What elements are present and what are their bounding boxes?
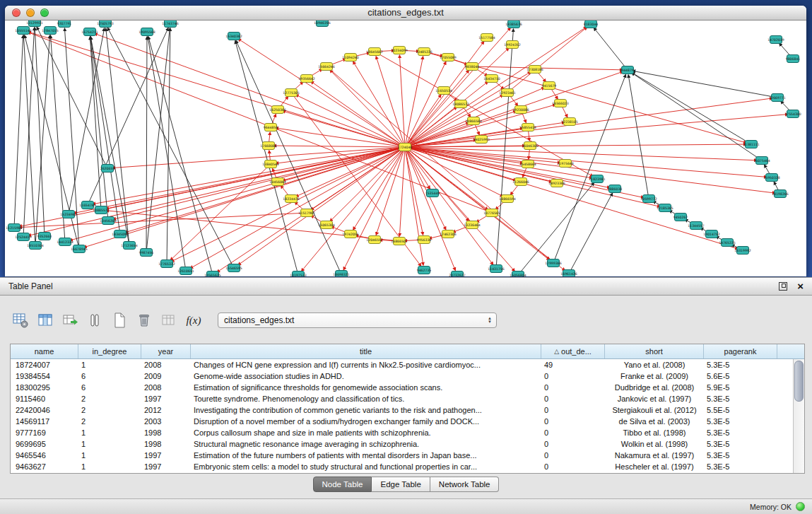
table-cell[interactable]: 0	[541, 393, 605, 404]
table-cell[interactable]: 1997	[141, 393, 191, 404]
table-row[interactable]: 2242004622012Investigating the contribut…	[11, 404, 804, 416]
graph-node[interactable]: 13236464	[464, 221, 480, 229]
table-cell[interactable]: 5.3E-5	[704, 438, 777, 450]
graph-node[interactable]: 20732627	[449, 271, 465, 277]
column-header-year[interactable]: year	[141, 344, 191, 358]
table-cell[interactable]: 2012	[141, 404, 191, 416]
table-cell[interactable]: 18300295	[11, 382, 78, 393]
table-cell[interactable]: Changes of HCN gene expression and I(f) …	[191, 359, 541, 370]
graph-node[interactable]: 9956336	[417, 236, 432, 244]
graph-node[interactable]: 17999366	[545, 259, 561, 267]
graph-node[interactable]: 12524419	[15, 233, 31, 241]
column-header-pagerank[interactable]: pagerank	[704, 344, 777, 358]
table-cell[interactable]: Tourette syndrome. Phenomenology and cla…	[191, 393, 541, 404]
table-cell[interactable]: Investigating the contribution of common…	[191, 404, 541, 416]
table-cell[interactable]: Estimation of significance thresholds fo…	[191, 382, 541, 393]
graph-node[interactable]: 11431756	[488, 265, 504, 273]
graph-node[interactable]: 8183044	[584, 21, 599, 28]
function-builder-button[interactable]: f(x)	[184, 311, 203, 329]
table-cell[interactable]: 2008	[141, 359, 191, 370]
graph-node[interactable]: 9450267	[673, 214, 688, 221]
table-cell[interactable]: de Silva et al. (2003)	[605, 416, 704, 427]
graph-node[interactable]: 19230086	[512, 106, 529, 114]
table-cell[interactable]: 5.3E-5	[704, 450, 777, 461]
graph-node[interactable]: 16678945	[71, 245, 87, 253]
graph-node[interactable]: 11975648	[557, 160, 573, 168]
graph-node[interactable]: 16754211	[81, 28, 98, 36]
table-cell[interactable]: 0	[541, 438, 605, 450]
table-cell[interactable]: 1	[78, 438, 141, 450]
new-table-button[interactable]	[110, 311, 129, 329]
graph-node[interactable]: 19565625	[204, 271, 220, 277]
table-cell[interactable]: 49	[541, 359, 605, 370]
graph-node[interactable]: 15664246	[318, 63, 334, 71]
graph-node[interactable]: 16566023	[552, 100, 568, 107]
table-cell[interactable]: 5.3E-5	[704, 416, 777, 427]
table-row[interactable]: 1938455462009Genome-wide association stu…	[11, 370, 804, 382]
table-cell[interactable]: Dudbridge et al. (2008)	[605, 382, 704, 393]
table-cell[interactable]: 1	[78, 450, 141, 461]
graph-node[interactable]: 17123654	[121, 242, 137, 250]
network-graph[interactable]: 1724046160463051545866411266046188665941…	[5, 21, 806, 276]
graph-node[interactable]: 15950328	[763, 174, 779, 182]
table-row[interactable]: 1456911722003Disruption of a novel membe…	[11, 416, 804, 427]
graph-node[interactable]: 11266046	[512, 178, 529, 186]
table-cell[interactable]: 6	[78, 382, 141, 393]
graph-node[interactable]: 12610651	[177, 267, 194, 275]
graph-node[interactable]: 13456208	[100, 217, 116, 225]
table-cell[interactable]: Stergiakouli et al. (2012)	[605, 404, 704, 416]
table-cell[interactable]: 0	[541, 416, 605, 427]
close-window-button[interactable]	[12, 8, 20, 17]
table-cell[interactable]: 1998	[141, 438, 191, 450]
minimize-window-button[interactable]	[26, 8, 35, 17]
table-cell[interactable]: Wolkin et al. (1998)	[605, 438, 704, 450]
show-columns-button[interactable]	[36, 311, 54, 329]
table-row[interactable]: 1830029562008Estimation of significance …	[11, 382, 804, 393]
table-cell[interactable]: Jankovic et al. (1997)	[605, 393, 704, 404]
table-cell[interactable]: 1	[78, 461, 141, 472]
graph-node[interactable]: 17462306	[440, 230, 456, 238]
graph-node[interactable]: 18645662	[366, 48, 382, 56]
graph-node[interactable]: 15234987	[60, 211, 76, 218]
graph-node[interactable]: 12046557	[366, 236, 382, 244]
graph-node[interactable]: 12775305	[283, 89, 299, 97]
table-cell[interactable]: 2009	[141, 370, 191, 382]
table-cell[interactable]: 0	[541, 450, 605, 461]
table-cell[interactable]: 5.6E-5	[704, 370, 777, 382]
network-table-selector[interactable]: citations_edges.txt ▲ ▼	[218, 313, 497, 328]
graph-node[interactable]: 10599772	[640, 195, 657, 203]
table-cell[interactable]: 1	[78, 427, 141, 438]
graph-node[interactable]: 15177584	[478, 34, 495, 42]
table-cell[interactable]: 6	[78, 370, 141, 382]
table-cell[interactable]: Franke et al. (2009)	[605, 370, 704, 382]
graph-node[interactable]: 19095568	[139, 28, 155, 36]
table-cell[interactable]: 22420046	[11, 404, 78, 416]
network-canvas[interactable]: 1724046160463051545866411266046188665941…	[5, 21, 806, 276]
table-cell[interactable]: 2003	[141, 416, 191, 427]
table-cell[interactable]: 2	[78, 404, 141, 416]
merge-table-button[interactable]	[160, 311, 178, 329]
graph-node[interactable]: 18234476	[283, 195, 299, 203]
graph-node[interactable]: 11344557	[688, 222, 704, 230]
graph-node[interactable]: 18198266	[772, 190, 788, 198]
graph-node[interactable]: 18086572	[452, 100, 469, 108]
graph-node[interactable]: 9644858	[264, 124, 278, 132]
graph-node[interactable]: 9987456	[139, 249, 154, 257]
graph-node[interactable]: 18345098	[112, 230, 128, 238]
graph-node[interactable]: 12669771	[769, 94, 785, 102]
graph-node[interactable]: 1535445	[425, 189, 440, 197]
graph-node[interactable]: 12185365	[657, 204, 673, 212]
table-cell[interactable]: 5.3E-5	[704, 359, 777, 370]
table-row[interactable]: 911546021997Tourette syndrome. Phenomeno…	[11, 393, 804, 404]
table-cell[interactable]: Structural magnetic resonance image aver…	[191, 438, 541, 450]
graph-node[interactable]: 12505793	[97, 21, 113, 28]
table-cell[interactable]: 9777169	[11, 427, 78, 438]
table-row[interactable]: 946554611997Estimation of the future num…	[11, 450, 804, 461]
graph-node[interactable]: 17308186	[526, 66, 543, 74]
graph-node[interactable]: 17554300	[784, 110, 801, 118]
graph-node[interactable]: 14765225	[719, 239, 735, 247]
graph-node[interactable]: 13129931	[26, 21, 42, 27]
graph-node[interactable]: 12923461	[499, 89, 515, 97]
table-cell[interactable]: Tibbo et al. (1998)	[605, 427, 704, 438]
table-cell[interactable]: 2	[78, 416, 141, 427]
